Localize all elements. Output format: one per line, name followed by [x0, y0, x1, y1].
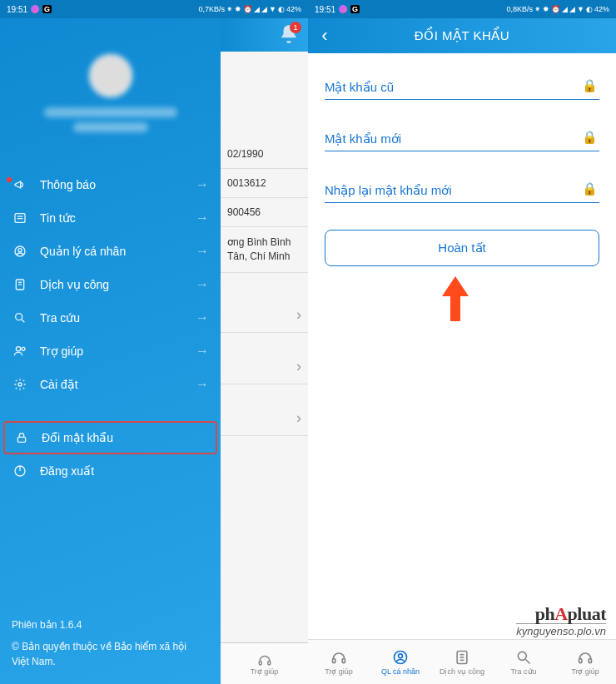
peek-chevron[interactable]: › — [221, 349, 308, 384]
doc-icon — [13, 278, 30, 291]
tab-profile[interactable]: QL cá nhân — [370, 640, 431, 684]
user-sub-blurred — [73, 122, 148, 132]
alarm-icon: ⏰ — [243, 5, 252, 13]
svg-point-4 — [18, 249, 22, 252]
peek-row: 0013612 — [221, 169, 308, 198]
tab-help-2[interactable]: Trợ giúp — [554, 640, 616, 684]
peek-chevron[interactable]: › — [221, 401, 308, 436]
menu-item-help[interactable]: Trợ giúp→ — [0, 335, 221, 368]
vibrate-icon: ✸ — [235, 5, 241, 13]
svg-line-27 — [526, 659, 530, 663]
chevron-right-icon: → — [196, 344, 209, 359]
avatar[interactable] — [89, 54, 132, 97]
battery-pct: 42% — [286, 5, 301, 13]
chevron-right-icon: → — [196, 377, 209, 392]
old-password-input[interactable] — [325, 73, 599, 99]
page-title: ĐỔI MẬT KHẨU — [308, 28, 616, 43]
vibrate-icon: ✸ — [543, 5, 549, 13]
wifi-icon: ▼ — [577, 5, 584, 13]
chevron-right-icon: → — [196, 277, 209, 292]
menu-item-gear[interactable]: Cài đặt→ — [0, 368, 221, 401]
alarm-icon: ⏰ — [551, 5, 560, 13]
drawer-panel: Thông báo→Tin tức→Quản lý cá nhân→Dịch v… — [0, 18, 221, 684]
left-phone: 19:51 G 0,7KB/s ⁕ ✸ ⏰ ◢ ◢ ▼ ◐ 42% Thông … — [0, 0, 308, 684]
menu-item-news[interactable]: Tin tức→ — [0, 201, 221, 235]
svg-point-10 — [16, 347, 20, 351]
menu-label: Cài đặt — [40, 378, 78, 391]
search-icon — [13, 311, 30, 325]
svg-rect-29 — [589, 658, 591, 662]
watermark: phApluat kynguyenso.plo.vn — [516, 603, 606, 637]
tab-help[interactable]: Trợ giúp — [251, 652, 279, 676]
confirm-password-input[interactable] — [325, 176, 599, 202]
chat-icon — [339, 5, 347, 13]
tab-search[interactable]: Tra cứu — [493, 640, 554, 684]
signal-icon: ◢ — [261, 5, 267, 13]
svg-rect-17 — [267, 661, 270, 665]
user-name-blurred — [44, 107, 177, 117]
lock-icon: 🔒 — [582, 78, 598, 93]
svg-rect-19 — [342, 658, 345, 662]
svg-point-12 — [18, 383, 22, 386]
svg-rect-16 — [259, 661, 261, 665]
page-header: ‹ ĐỔI MẬT KHẨU — [308, 18, 616, 53]
help-icon — [13, 344, 30, 358]
megaphone-icon — [13, 178, 30, 191]
gear-icon — [13, 378, 30, 391]
tab-services[interactable]: Dịch vụ công — [431, 640, 493, 684]
notif-dot — [7, 177, 12, 182]
power-icon — [13, 464, 30, 478]
menu-label: Đăng xuất — [40, 464, 94, 478]
g-badge: G — [42, 5, 52, 13]
menu-item-doc[interactable]: Dịch vụ công→ — [0, 268, 221, 301]
svg-point-26 — [518, 652, 526, 660]
peek-chevron[interactable]: › — [221, 298, 308, 333]
battery-pct: 42% — [594, 5, 609, 13]
profile-icon — [13, 245, 30, 258]
signal-icon: ◢ — [569, 5, 575, 13]
svg-line-9 — [22, 320, 24, 322]
confirm-password-field: 🔒 — [325, 176, 599, 203]
menu-change-password[interactable]: Đổi mật khẩu — [3, 421, 217, 454]
menu-label: Quản lý cá nhân — [40, 245, 126, 258]
menu-label: Trợ giúp — [40, 344, 83, 358]
menu-item-search[interactable]: Tra cứu→ — [0, 301, 221, 335]
signal-icon: ◢ — [254, 5, 260, 13]
right-phone: 19:51 G 0,8KB/s ⁕ ✸ ⏰ ◢ ◢ ▼ ◐ 42% ‹ ĐỔI … — [308, 0, 616, 684]
menu-item-profile[interactable]: Quản lý cá nhân→ — [0, 235, 221, 268]
chat-icon — [31, 5, 39, 13]
submit-button[interactable]: Hoàn tất — [325, 230, 599, 266]
bluetooth-icon: ⁕ — [534, 5, 541, 13]
menu-item-megaphone[interactable]: Thông báo→ — [0, 168, 221, 201]
chevron-right-icon: → — [196, 310, 209, 325]
notif-badge: 1 — [290, 22, 301, 33]
underlay-content: 1 02/1990 0013612 900456 ơng Bình Bình T… — [221, 18, 308, 684]
version-text: Phiên bản 1.6.4 — [12, 617, 203, 632]
net-speed: 0,7KB/s — [199, 5, 226, 13]
new-password-field: 🔒 — [325, 125, 599, 151]
chevron-right-icon: → — [196, 244, 209, 259]
underlay-header: 1 — [221, 18, 308, 52]
menu-label: Thông báo — [40, 178, 96, 191]
tab-help[interactable]: Trợ giúp — [308, 640, 370, 684]
chevron-right-icon: → — [196, 177, 209, 192]
status-bar: 19:51 G 0,7KB/s ⁕ ✸ ⏰ ◢ ◢ ▼ ◐ 42% — [0, 0, 308, 18]
peek-row: 900456 — [221, 198, 308, 227]
svg-rect-13 — [17, 437, 25, 442]
password-form: 🔒 🔒 🔒 Hoàn tất — [308, 53, 616, 286]
signal-icon: ◢ — [562, 5, 568, 13]
peek-row: 02/1990 — [221, 140, 308, 169]
lock-icon — [15, 431, 32, 444]
menu-logout[interactable]: Đăng xuất — [0, 454, 221, 488]
battery-icon: ◐ — [278, 5, 285, 13]
copyright-text: © Bản quyền thuộc về Bảo hiểm xã hội Việ… — [12, 639, 203, 669]
bell-icon[interactable]: 1 — [278, 23, 300, 45]
pointer-arrow-icon — [437, 275, 474, 325]
lock-icon: 🔒 — [582, 181, 598, 196]
svg-rect-28 — [579, 658, 582, 662]
svg-point-11 — [22, 347, 25, 350]
version-info: Phiên bản 1.6.4 © Bản quyền thuộc về Bảo… — [12, 617, 203, 669]
peek-row: ơng Bình Bình Tân, Chí Minh — [221, 227, 308, 273]
new-password-input[interactable] — [325, 125, 599, 151]
back-button[interactable]: ‹ — [308, 25, 341, 47]
